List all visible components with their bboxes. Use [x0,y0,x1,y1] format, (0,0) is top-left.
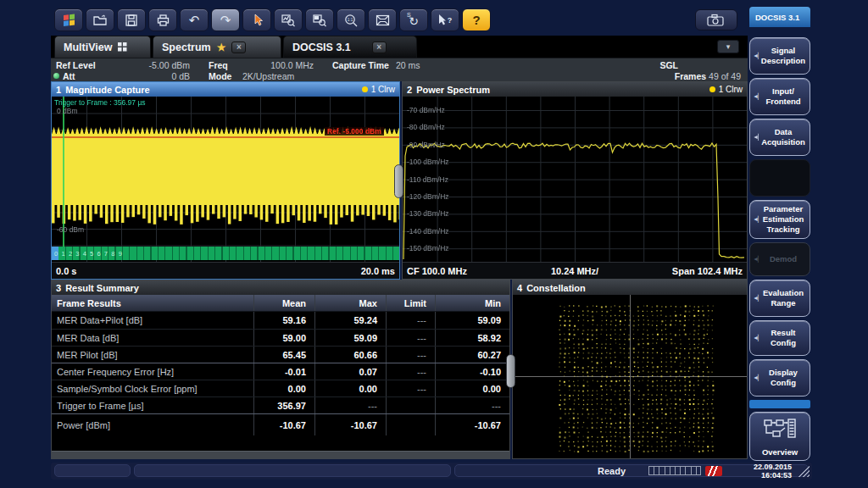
error-indicator-icon [705,466,722,476]
redo-icon[interactable]: ↷ [211,8,240,31]
pointer-icon[interactable] [242,8,271,31]
softkey-arrow-icon: ◄▏ [753,335,761,341]
freq-label: Freq [209,60,239,70]
softkey-overview[interactable]: Overview [749,412,810,461]
constellation-plot[interactable] [513,295,747,458]
print-icon[interactable] [148,8,177,31]
measurement-header: Ref Level -5.00 dBm Freq 100.0 MHz Captu… [51,58,748,81]
table-cell: -0.01 [253,363,314,380]
tab-list-caret-icon[interactable]: ▾ [717,40,739,53]
undo-icon[interactable]: ↶ [180,8,209,31]
star-icon: ★ [217,42,226,53]
tab-multiview[interactable]: MultiView [54,36,151,58]
zoom-overview-icon[interactable] [274,8,303,31]
undo-glyph: ↶ [189,14,200,26]
softkey-data-acquisition[interactable]: ◄▏Data Acquisition [749,119,810,156]
open-file-icon[interactable] [86,8,114,31]
result-table-body: MER Data+Pilot [dB]59.1659.24---59.09MER… [52,312,509,435]
window-magnitude-capture: 1Magnitude Capture 1 Clrw Trigger to Fra… [51,81,400,280]
softkey-signal-description[interactable]: ◄▏Signal Description [749,37,810,75]
window-number: 2 [407,85,412,95]
camera-icon[interactable] [695,9,737,30]
help-glyph: ? [472,14,480,26]
capture-time-value[interactable]: 20 ms [396,60,420,70]
table-cell: MER Data+Pilot [dB] [52,312,253,329]
context-help-icon[interactable]: ? [431,8,459,31]
softkey-arrow-icon: ◄▏ [753,295,761,302]
mode-label: Mode [209,71,239,81]
softkey-arrow-icon: ◄▏ [753,53,761,59]
tab-docsis[interactable]: DOCSIS 3.1 × [283,36,417,58]
tab-spectrum[interactable]: Spectrum ★ × [153,36,281,58]
y-axis-label: -60 dBm [57,225,84,234]
help-icon[interactable]: ? [462,8,491,31]
resize-grip-icon[interactable] [798,466,810,477]
trace-label: 1 Clrw [371,85,395,94]
softkey-demod[interactable]: ◄▏Demod [749,242,810,276]
redo-glyph: ↷ [220,14,231,26]
table-cell: --- [314,397,386,413]
table-cell: 65.45 [253,347,314,363]
fit-screen-icon[interactable] [368,8,397,31]
freq-value[interactable]: 100.0 MHz [239,60,314,70]
zoom-1to1-icon[interactable]: 1:1 [337,8,365,31]
y-axis-label: -80 dBm/Hz [407,123,445,131]
ref-level-value[interactable]: -5.00 dBm [108,60,190,70]
close-tab-icon[interactable]: × [231,42,246,53]
att-value[interactable]: 0 dB [108,71,190,81]
softkey-arrow-icon: ◄▏ [753,93,761,100]
constellation-canvas [513,295,747,458]
table-cell: MER Data [dB] [52,330,253,346]
table-cell: Power [dBm] [52,414,253,435]
window-power-spectrum: 2Power Spectrum 1 Clrw -70 dBm/Hz-80 dBm… [402,81,748,280]
windows-logo-icon[interactable] [54,8,83,31]
multiview-grid-icon [118,42,127,52]
softkey-display-config[interactable]: ◄▏Display Config [749,359,810,396]
trigger-to-frame-readout: Trigger to Frame : 356.97 µs [54,98,146,107]
y-axis-label: -90 dBm/Hz [407,141,445,149]
refresh-single-sweep-icon[interactable]: S ↻ [399,8,428,31]
power-spectrum-titlebar[interactable]: 2Power Spectrum 1 Clrw [403,82,747,97]
table-cell: 59.16 [253,312,314,329]
save-icon[interactable] [117,8,146,31]
magnitude-trace-canvas [52,97,399,262]
table-row: MER Pilot [dB]65.4560.66---60.27 [52,346,509,363]
date-time: 22.09.201516:04:53 [721,463,792,480]
column-header: Limit [386,295,435,311]
tab-multiview-label: MultiView [64,42,112,53]
zoom-selection-icon[interactable] [305,8,334,31]
spectrum-x-axis: CF 100.0 MHz 10.24 MHz/ Span 102.4 MHz [403,262,747,279]
mode-value[interactable]: 2K/Upstream [242,71,294,81]
y-axis-label: -70 dBm/Hz [407,106,445,114]
result-summary-titlebar[interactable]: 3Result Summary [52,280,509,295]
close-tab-icon[interactable]: × [372,42,387,53]
table-cell: 58.92 [435,330,509,346]
column-header: Max [314,295,386,311]
table-cell: --- [386,312,435,329]
magnitude-capture-plot[interactable]: Trigger to Frame : 356.97 µs 0 dBm -60 d… [52,97,399,262]
time-value: 16:04:53 [761,471,792,480]
softkey-evaluation-range[interactable]: ◄▏Evaluation Range [749,280,810,317]
softkey-parameter-estimation-tracking[interactable]: ◄▏Parameter Estimation Tracking [749,200,810,239]
window-splitter-handle[interactable] [506,354,515,388]
power-spectrum-plot[interactable]: -70 dBm/Hz-80 dBm/Hz-90 dBm/Hz-100 dBm/H… [403,97,747,262]
magnitude-x-axis: 0.0 s 20.0 ms [52,262,399,279]
frame-numbers: 0123456789 [53,250,124,258]
att-label: Att [63,71,108,81]
window-splitter-handle[interactable] [394,164,403,198]
x-axis-end: 20.0 ms [361,266,395,276]
ref-level-marker: Ref. -5.000 dBm [325,127,384,136]
constellation-titlebar[interactable]: 4Constellation [513,280,747,295]
softkey-result-config[interactable]: ◄▏Result Config [749,320,810,356]
magnitude-capture-titlebar[interactable]: 1Magnitude Capture 1 Clrw [52,82,399,97]
table-cell [386,414,435,435]
statusbar-segment [134,464,451,477]
sync-letter: S [407,12,411,18]
softkey-input-frontend[interactable]: ◄▏Input/ Frontend [749,78,810,115]
table-cell: Trigger to Frame [µs] [52,397,253,413]
date-value: 22.09.2015 [754,463,792,471]
window-result-summary: 3Result Summary Frame Results Mean Max L… [51,280,510,459]
table-cell: 356.97 [253,397,314,413]
column-header: Mean [253,295,314,311]
result-summary-scroll-strip[interactable] [52,451,509,458]
